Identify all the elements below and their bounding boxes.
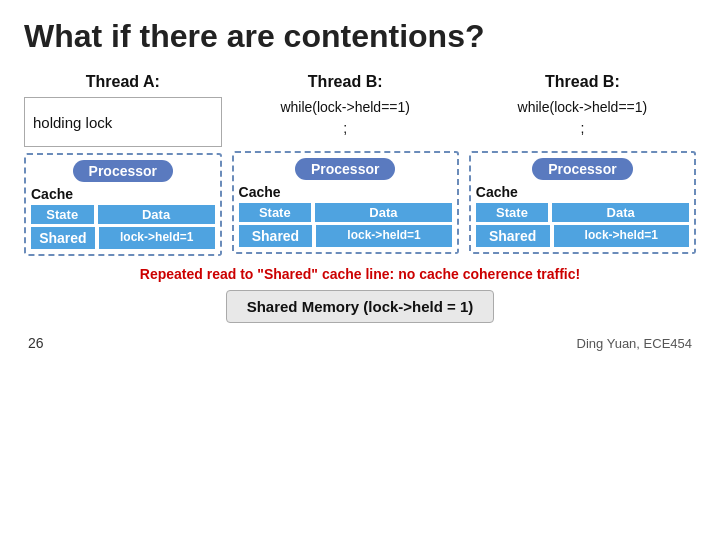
thread-b2-shared-cell: Shared [476,225,550,247]
thread-b1-code: while(lock->held==1) ; [232,97,459,145]
holding-lock-text: holding lock [33,114,112,131]
thread-b1-label: Thread B: [308,73,383,91]
thread-b1-header-row: State Data [239,203,452,222]
thread-b1-data-header: Data [315,203,452,222]
page-number: 26 [28,335,44,351]
thread-a-lock-cell: lock->held=1 [99,227,215,249]
thread-b1-code-line2: ; [343,120,347,136]
thread-a-header-row: State Data [31,205,215,224]
holding-lock-box: holding lock [24,97,222,147]
col-thread-b2: Thread B: while(lock->held==1) ; Process… [469,73,696,254]
shared-memory-row: Shared Memory (lock->held = 1) [24,290,696,331]
thread-b2-code: while(lock->held==1) ; [469,97,696,145]
thread-b2-cache-label: Cache [476,184,689,200]
thread-a-processor-pill: Processor [73,160,173,182]
thread-b2-processor-pill: Processor [532,158,632,180]
thread-b2-cache-block: Processor Cache State Data Shared lock->… [469,151,696,254]
thread-b2-header-row: State Data [476,203,689,222]
thread-b2-code-line1: while(lock->held==1) [518,99,648,115]
thread-a-data-row: Shared lock->held=1 [31,227,215,249]
thread-b1-lock-cell: lock->held=1 [316,225,451,247]
thread-a-state-header: State [31,205,94,224]
author-label: Ding Yuan, ECE454 [577,336,692,351]
thread-b1-processor-pill: Processor [295,158,395,180]
page: What if there are contentions? Thread A:… [0,0,720,540]
columns-container: Thread A: holding lock Processor Cache S… [24,73,696,256]
thread-b1-code-line1: while(lock->held==1) [280,99,410,115]
thread-a-cache-label: Cache [31,186,215,202]
thread-b1-data-row: Shared lock->held=1 [239,225,452,247]
page-title: What if there are contentions? [24,18,696,55]
col-thread-b1: Thread B: while(lock->held==1) ; Process… [232,73,459,254]
thread-b1-state-header: State [239,203,311,222]
thread-a-cache-block: Processor Cache State Data Shared lock->… [24,153,222,256]
thread-a-shared-cell: Shared [31,227,95,249]
thread-a-label: Thread A: [86,73,160,91]
col-thread-a: Thread A: holding lock Processor Cache S… [24,73,222,256]
thread-b2-data-header: Data [552,203,689,222]
thread-b1-cache-block: Processor Cache State Data Shared lock->… [232,151,459,254]
thread-b2-lock-cell: lock->held=1 [554,225,689,247]
thread-b2-label: Thread B: [545,73,620,91]
thread-b1-cache-label: Cache [239,184,452,200]
thread-b2-state-header: State [476,203,548,222]
thread-a-data-header: Data [98,205,215,224]
thread-b2-code-line2: ; [580,120,584,136]
thread-b1-shared-cell: Shared [239,225,313,247]
thread-b2-data-row: Shared lock->held=1 [476,225,689,247]
shared-memory-box: Shared Memory (lock->held = 1) [226,290,495,323]
footer: 26 Ding Yuan, ECE454 [24,335,696,351]
bottom-note: Repeated read to "Shared" cache line: no… [24,266,696,282]
